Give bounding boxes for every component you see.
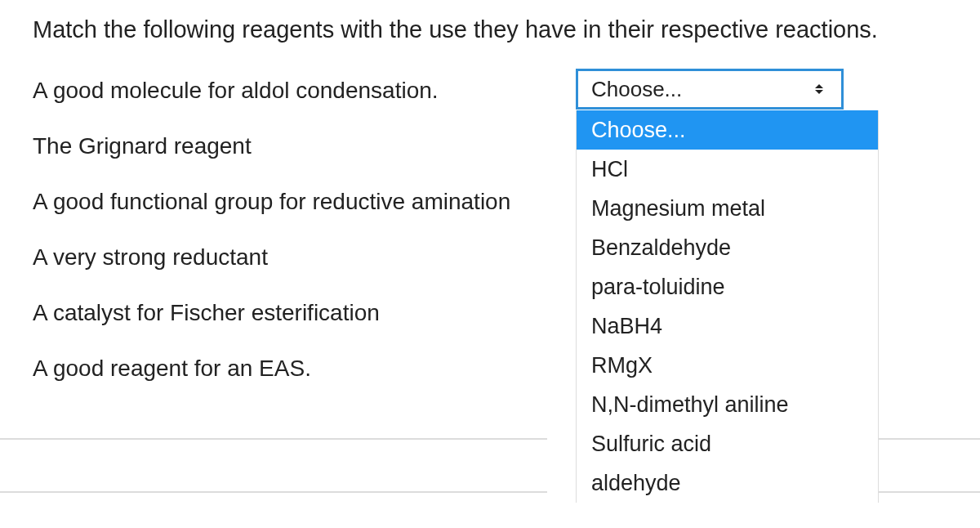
match-prompt: A good reagent for an EAS. [33,356,531,382]
match-prompt: A good molecule for aldol condensation. [33,78,531,104]
dropdown-list[interactable]: Choose... HCl Magnesium metal Benzaldehy… [576,110,879,503]
dropdown-option[interactable]: NaBH4 [577,307,878,346]
select-dropdown[interactable]: Choose... [576,69,844,110]
match-prompt: The Grignard reagent [33,133,531,159]
question-instruction: Match the following reagents with the us… [33,16,980,43]
divider [0,491,547,493]
match-prompt: A good functional group for reductive am… [33,189,531,215]
dropdown-option[interactable]: para-toluidine [577,267,878,307]
dropdown-option[interactable]: Sulfuric acid [577,424,878,463]
dropdown-option[interactable]: Magnesium metal [577,189,878,228]
select-placeholder: Choose... [591,77,682,102]
divider [0,438,547,440]
dropdown-caret-icon [813,83,825,95]
match-prompt: A catalyst for Fischer esterification [33,300,531,326]
dropdown-option[interactable]: HCl [577,150,878,189]
dropdown-option[interactable]: Benzaldehyde [577,228,878,267]
dropdown-option[interactable]: RMgX [577,346,878,385]
match-prompt: A very strong reductant [33,244,531,271]
dropdown-option[interactable]: Choose... [577,110,878,150]
dropdown-option[interactable]: N,N-dimethyl aniline [577,385,878,424]
dropdown-option[interactable]: aldehyde [577,463,878,503]
